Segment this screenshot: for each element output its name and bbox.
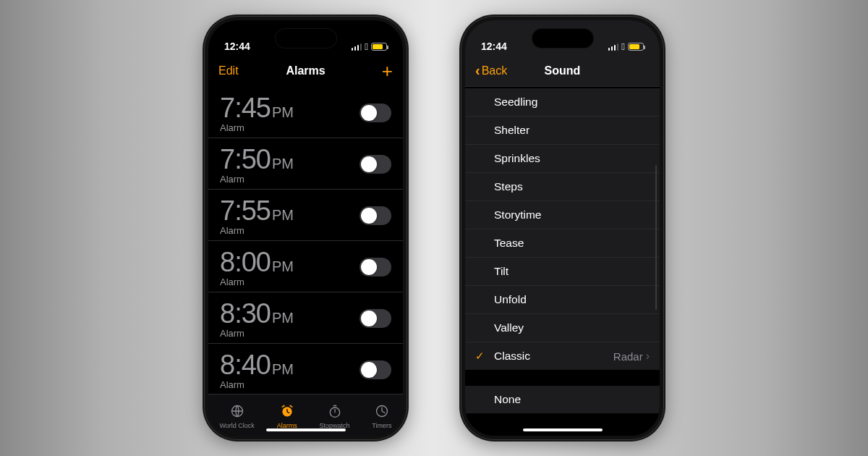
sound-name: None [494, 393, 521, 406]
alarm-toggle[interactable] [359, 309, 391, 328]
alarm-meridiem: PM [272, 258, 294, 275]
alarm-time-value: 8:30 [220, 298, 271, 329]
sound-row[interactable]: Seedling [465, 88, 660, 117]
sound-row[interactable]: Steps [465, 173, 660, 201]
sound-name: Tease [494, 237, 524, 250]
sound-list[interactable]: SeedlingShelterSprinklesStepsStorytimeTe… [465, 87, 660, 436]
tab-alarms[interactable]: Alarms [277, 404, 297, 429]
sound-row[interactable]: Valley [465, 314, 660, 342]
battery-icon [371, 43, 387, 51]
alarm-label: Alarm [220, 122, 294, 133]
alarm-time-value: 8:00 [220, 247, 271, 278]
page-title: Alarms [262, 64, 349, 77]
chevron-right-icon: › [646, 350, 650, 363]
sound-row-none[interactable]: None [465, 386, 660, 413]
alarm-meridiem: PM [272, 207, 294, 224]
sound-row[interactable]: Storytime [465, 201, 660, 229]
alarm-row[interactable]: 8:30 PM Alarm [208, 292, 403, 344]
alarm-time-block: 7:50 PM Alarm [220, 144, 294, 185]
sound-row[interactable]: Shelter [465, 117, 660, 145]
phone-frame-sound: 12:44 􀙇 ‹ Back Sound SeedlingShelterSpri… [459, 14, 665, 442]
sound-row[interactable]: Tease [465, 229, 660, 258]
sound-name: Classic [494, 350, 530, 363]
home-indicator[interactable] [523, 428, 603, 432]
sound-group-none: None [465, 386, 660, 413]
sound-row[interactable]: Sprinkles [465, 145, 660, 173]
dynamic-island [276, 29, 336, 48]
alarm-meridiem: PM [272, 310, 294, 326]
alarm-time-block: 7:45 PM Alarm [220, 93, 294, 133]
sound-name: Valley [494, 321, 524, 334]
signal-icon [608, 43, 619, 51]
sound-name: Tilt [494, 265, 509, 278]
alarm-toggle[interactable] [359, 155, 391, 174]
status-time: 12:44 [224, 41, 250, 52]
scroll-indicator[interactable] [655, 165, 658, 310]
status-icons: 􀙇 [608, 41, 644, 52]
alarm-row[interactable]: 7:45 PM Alarm [208, 87, 403, 138]
alarm-list[interactable]: 7:45 PM Alarm 7:50 PM Alarm 7:55 PM Alar… [208, 87, 403, 394]
alarm-row[interactable]: 7:50 PM Alarm [208, 138, 403, 190]
back-button[interactable]: ‹ Back [475, 62, 519, 79]
alarm-meridiem: PM [272, 361, 294, 378]
sound-name: Shelter [494, 124, 529, 137]
alarm-time-block: 8:40 PM Alarm [220, 350, 294, 390]
alarm-clock-icon [280, 404, 294, 421]
signal-icon [352, 43, 362, 51]
checkmark-icon: ✓ [475, 350, 485, 363]
dynamic-island [532, 29, 593, 48]
wifi-icon: 􀙇 [621, 41, 625, 52]
alarm-time-block: 8:00 PM Alarm [220, 247, 294, 287]
alarm-time-block: 8:30 PM Alarm [220, 298, 294, 339]
alarm-row[interactable]: 8:40 PM Alarm [208, 344, 403, 394]
alarm-label: Alarm [220, 328, 294, 339]
stopwatch-icon [328, 404, 342, 421]
alarm-time-block: 7:55 PM Alarm [220, 195, 294, 236]
screen-alarms: 12:44 􀙇 Edit Alarms + 7:45 PM Alarm 7:50 [208, 20, 403, 436]
navbar-sound: ‹ Back Sound [465, 55, 660, 87]
sound-name: Sprinkles [494, 152, 540, 165]
tab-world-clock[interactable]: World Clock [219, 404, 254, 429]
tab-label: Timers [372, 422, 391, 429]
alarm-label: Alarm [220, 379, 294, 390]
alarm-meridiem: PM [272, 156, 294, 172]
status-time: 12:44 [481, 41, 507, 52]
navbar-alarms: Edit Alarms + [208, 55, 403, 87]
page-title: Sound [519, 64, 606, 77]
home-indicator[interactable] [266, 428, 346, 432]
alarm-label: Alarm [220, 276, 294, 287]
sound-name: Steps [494, 180, 523, 193]
chevron-left-icon: ‹ [475, 62, 480, 79]
tab-stopwatch[interactable]: Stopwatch [319, 404, 349, 429]
screen-sound: 12:44 􀙇 ‹ Back Sound SeedlingShelterSpri… [465, 20, 660, 436]
sound-name: Seedling [494, 96, 537, 109]
alarm-label: Alarm [220, 225, 294, 236]
tab-label: World Clock [219, 422, 254, 429]
alarm-time-value: 7:50 [220, 144, 271, 175]
globe-icon [230, 404, 244, 421]
alarm-toggle[interactable] [359, 104, 391, 122]
alarm-toggle[interactable] [359, 206, 391, 225]
alarm-meridiem: PM [272, 104, 294, 121]
alarm-row[interactable]: 8:00 PM Alarm [208, 241, 403, 292]
add-alarm-button[interactable]: + [382, 62, 393, 80]
sound-row[interactable]: Tilt [465, 258, 660, 286]
edit-button[interactable]: Edit [218, 64, 239, 77]
back-label: Back [482, 64, 508, 77]
sound-row[interactable]: Unfold [465, 286, 660, 314]
phone-frame-alarms: 12:44 􀙇 Edit Alarms + 7:45 PM Alarm 7:50 [203, 14, 409, 442]
alarm-row[interactable]: 7:55 PM Alarm [208, 190, 403, 241]
wifi-icon: 􀙇 [365, 41, 368, 52]
status-icons: 􀙇 [352, 41, 387, 52]
alarm-toggle[interactable] [359, 258, 391, 276]
sound-name: Storytime [494, 208, 541, 221]
alarm-label: Alarm [220, 174, 294, 185]
alarm-time-value: 7:55 [220, 195, 271, 227]
timer-icon [375, 404, 389, 421]
sound-name: Unfold [494, 293, 527, 306]
alarm-toggle[interactable] [359, 360, 391, 379]
sound-detail: Radar › [613, 350, 650, 363]
alarm-time-value: 8:40 [220, 350, 271, 381]
tab-timers[interactable]: Timers [372, 404, 391, 429]
sound-row-classic[interactable]: ✓ Classic Radar › [465, 342, 660, 370]
